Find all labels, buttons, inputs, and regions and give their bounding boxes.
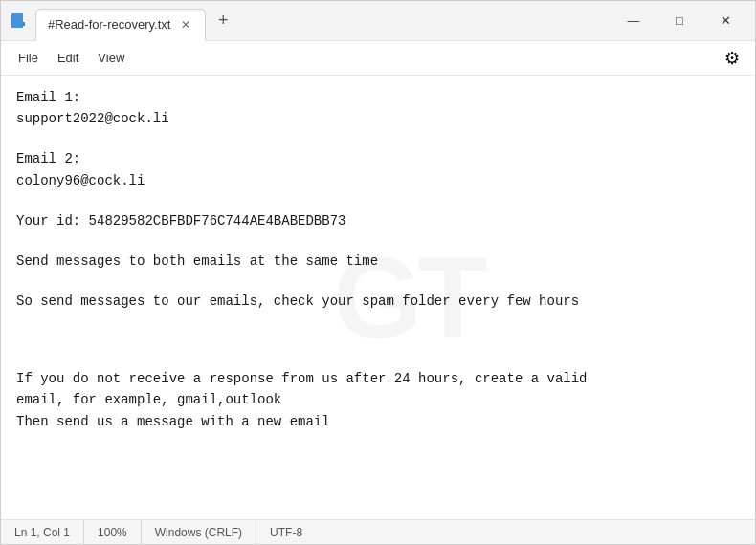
- line-5: Your id: 54829582CBFBDF76C744AE4BABEDBB7…: [16, 210, 740, 231]
- line-ending: Windows (CRLF): [142, 520, 256, 544]
- notepad-window: #Read-for-recovery.txt ✕ + — □ ✕ File Ed…: [0, 0, 756, 545]
- line-4: colony96@cock.li: [16, 170, 740, 191]
- tab-close-button[interactable]: ✕: [178, 17, 193, 33]
- maximize-button[interactable]: □: [657, 6, 701, 36]
- blank-line-7: [16, 349, 740, 368]
- tab-area: #Read-for-recovery.txt ✕ +: [35, 1, 611, 40]
- menu-view[interactable]: View: [88, 47, 134, 69]
- menu-edit[interactable]: Edit: [48, 47, 88, 69]
- close-button[interactable]: ✕: [703, 6, 747, 36]
- title-bar-controls: — □ ✕: [611, 6, 747, 36]
- svg-rect-2: [13, 19, 21, 21]
- blank-line-3: [16, 231, 740, 251]
- minimize-button[interactable]: —: [611, 6, 656, 36]
- active-tab[interactable]: #Read-for-recovery.txt ✕: [35, 9, 206, 41]
- blank-line-2: [16, 191, 740, 210]
- blank-line-4: [16, 272, 740, 291]
- text-content: Email 1: support2022@cock.li Email 2: co…: [16, 87, 740, 432]
- gear-icon: ⚙: [724, 48, 740, 69]
- menu-file[interactable]: File: [9, 47, 48, 69]
- svg-rect-3: [13, 22, 18, 24]
- title-bar: #Read-for-recovery.txt ✕ + — □ ✕: [1, 1, 755, 41]
- line-8: If you do not receive a response from us…: [16, 368, 740, 389]
- line-6: Send messages to both emails at the same…: [16, 251, 740, 272]
- encoding: UTF-8: [256, 520, 316, 544]
- tab-label: #Read-for-recovery.txt: [48, 17, 170, 32]
- blank-line-6: [16, 331, 740, 350]
- settings-button[interactable]: ⚙: [717, 44, 747, 73]
- text-editor-area[interactable]: GT Email 1: support2022@cock.li Email 2:…: [1, 76, 755, 519]
- blank-line-5: [16, 312, 740, 331]
- blank-line-1: [16, 130, 740, 149]
- svg-rect-1: [13, 16, 21, 18]
- line-10: Then send us a message with a new email: [16, 411, 740, 432]
- status-bar: Ln 1, Col 1 100% Windows (CRLF) UTF-8: [1, 519, 755, 544]
- line-9: email, for example, gmail,outlook: [16, 389, 740, 410]
- new-tab-button[interactable]: +: [210, 8, 236, 34]
- line-3: Email 2:: [16, 148, 740, 169]
- line-7: So send messages to our emails, check yo…: [16, 291, 740, 312]
- zoom-level: 100%: [84, 520, 142, 544]
- line-2: support2022@cock.li: [16, 108, 740, 129]
- cursor-position: Ln 1, Col 1: [11, 520, 84, 544]
- line-1: Email 1:: [16, 87, 740, 108]
- notepad-icon: [9, 11, 28, 31]
- menu-bar: File Edit View ⚙: [1, 41, 755, 76]
